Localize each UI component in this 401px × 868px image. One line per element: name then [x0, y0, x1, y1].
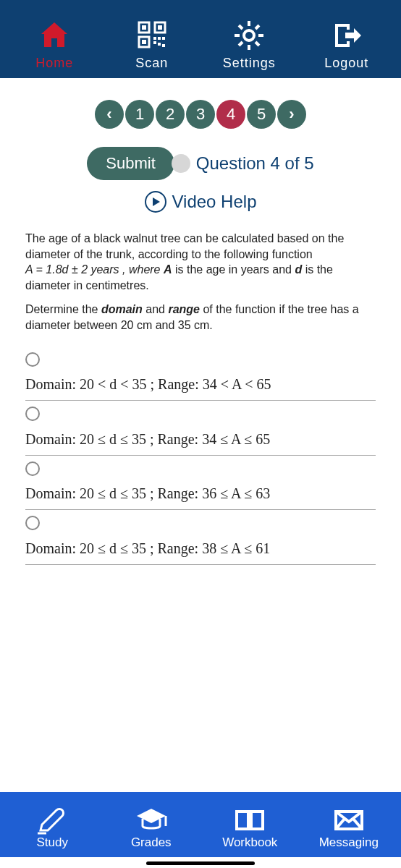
svg-rect-10 [158, 43, 161, 46]
bottom-nav: Study Grades Workbook Messaging [0, 792, 401, 857]
gear-icon [233, 18, 265, 53]
book-icon [232, 805, 267, 835]
bottom-messaging-label: Messaging [319, 835, 379, 850]
question-counter: Question 4 of 5 [196, 153, 314, 174]
svg-rect-7 [158, 37, 161, 40]
video-help-button[interactable]: Video Help [0, 191, 401, 213]
bottom-study[interactable]: Study [3, 805, 102, 850]
bottom-messaging[interactable]: Messaging [300, 805, 399, 850]
nav-scan-label: Scan [135, 56, 168, 71]
svg-rect-1 [142, 25, 146, 30]
svg-point-12 [244, 30, 254, 41]
bottom-workbook-label: Workbook [222, 835, 277, 850]
choice-d[interactable]: Domain: 20 ≤ d ≤ 35 ; Range: 38 ≤ A ≤ 61 [25, 510, 376, 565]
svg-line-20 [256, 25, 259, 29]
home-icon [38, 18, 70, 53]
choice-c[interactable]: Domain: 20 ≤ d ≤ 35 ; Range: 36 ≤ A ≤ 63 [25, 456, 376, 511]
svg-rect-5 [142, 40, 146, 44]
q-range-word: range [168, 303, 200, 315]
logout-icon [331, 18, 363, 53]
bottom-grades[interactable]: Grades [102, 805, 201, 850]
svg-line-17 [239, 25, 242, 29]
bottom-workbook[interactable]: Workbook [200, 805, 300, 850]
choice-b-text: Domain: 20 ≤ d ≤ 35 ; Range: 34 ≤ A ≤ 65 [25, 430, 376, 449]
choice-a-text: Domain: 20 < d < 35 ; Range: 34 < A < 65 [25, 375, 376, 394]
nav-settings-label: Settings [223, 56, 276, 71]
question-body: The age of a black walnut tree can be ca… [0, 213, 401, 792]
qnav-prev[interactable]: ‹ [95, 100, 124, 129]
choices: Domain: 20 < d < 35 ; Range: 34 < A < 65… [25, 346, 376, 565]
qnav-3[interactable]: 3 [186, 100, 215, 129]
nav-home[interactable]: Home [6, 18, 104, 71]
q-d: d [295, 263, 302, 276]
q-A: A [164, 263, 172, 276]
svg-line-18 [256, 42, 259, 46]
bottom-study-label: Study [37, 835, 68, 850]
choice-b[interactable]: Domain: 20 ≤ d ≤ 35 ; Range: 34 ≤ A ≤ 65 [25, 401, 376, 456]
q-formula-prefix: A = 1.8d ± 2 years , where [25, 263, 164, 276]
qnav-4[interactable]: 4 [216, 100, 245, 129]
svg-rect-3 [158, 25, 162, 30]
svg-rect-9 [153, 41, 156, 44]
q-domain-word: domain [101, 303, 143, 315]
qnav-2[interactable]: 2 [156, 100, 185, 129]
choice-c-text: Domain: 20 ≤ d ≤ 35 ; Range: 36 ≤ A ≤ 63 [25, 484, 376, 503]
qnav-5[interactable]: 5 [247, 100, 276, 129]
bottom-grades-label: Grades [131, 835, 172, 850]
q-line2-and: and [143, 303, 169, 315]
envelope-icon [332, 805, 366, 835]
radio-icon [25, 407, 40, 421]
submit-row: Submit Question 4 of 5 [0, 147, 401, 180]
radio-icon [25, 352, 40, 367]
nav-logout-label: Logout [324, 56, 368, 71]
svg-rect-11 [162, 44, 165, 47]
choice-a[interactable]: Domain: 20 < d < 35 ; Range: 34 < A < 65 [25, 346, 376, 401]
nav-scan[interactable]: Scan [104, 18, 201, 71]
qnav-1[interactable]: 1 [125, 100, 154, 129]
svg-line-19 [239, 42, 242, 46]
play-icon [145, 191, 166, 213]
q-line1: The age of a black walnut tree can be ca… [25, 232, 344, 260]
nav-settings[interactable]: Settings [200, 18, 298, 71]
svg-rect-8 [162, 37, 165, 40]
nav-home-label: Home [35, 56, 73, 71]
qnav-next[interactable]: › [277, 100, 306, 129]
submit-button[interactable]: Submit [87, 147, 174, 180]
top-nav: Home Scan [0, 0, 401, 78]
svg-rect-6 [153, 37, 156, 40]
home-indicator [146, 861, 255, 865]
question-nav: ‹ 1 2 3 4 5 › [0, 100, 401, 129]
radio-icon [25, 516, 40, 530]
q-formula-mid: is the age in years and [172, 263, 295, 276]
video-help-label: Video Help [172, 192, 257, 212]
pencil-icon [36, 805, 68, 835]
qr-icon [136, 18, 168, 53]
q-line2-prefix: Determine the [25, 303, 101, 315]
nav-logout[interactable]: Logout [298, 18, 396, 71]
choice-d-text: Domain: 20 ≤ d ≤ 35 ; Range: 38 ≤ A ≤ 61 [25, 539, 376, 558]
graduation-cap-icon [134, 805, 169, 835]
radio-icon [25, 461, 40, 476]
